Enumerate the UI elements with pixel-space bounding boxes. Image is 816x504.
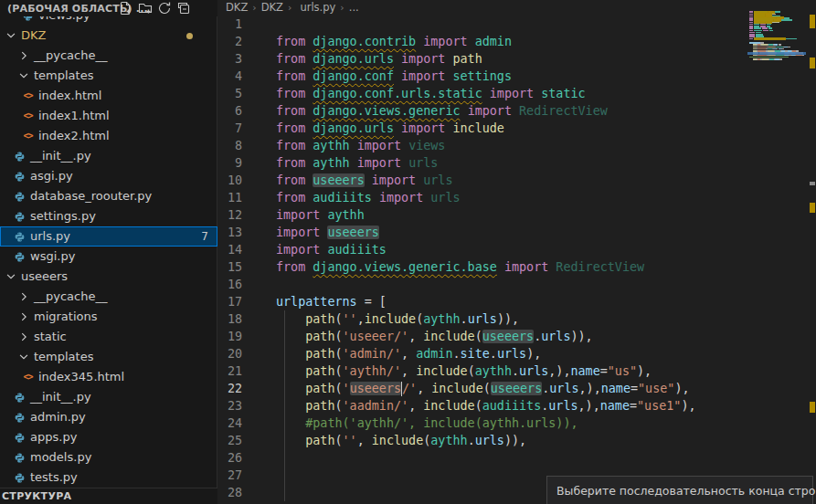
new-file-icon[interactable] [118, 1, 132, 16]
overview-ruler [808, 0, 816, 504]
chevron-down-icon [16, 68, 31, 83]
minimap-line [786, 38, 798, 40]
tree-item-index-html[interactable]: <>index.html [0, 86, 217, 106]
tree-item-index2-html[interactable]: <>index2.html [0, 126, 217, 146]
code-line-7[interactable]: from django.urls import include [276, 120, 751, 137]
python-file-icon [12, 249, 27, 264]
code-line-10[interactable]: from useeers import urls [276, 172, 751, 189]
python-file-icon [12, 169, 27, 184]
tree-item-index1-html[interactable]: <>index1.html [0, 106, 217, 126]
breadcrumb-item[interactable]: urls.py [300, 1, 335, 14]
line-number: 18 [218, 310, 242, 328]
tree-item-settings-py[interactable]: settings.py [0, 206, 217, 226]
code-line-11[interactable]: from audiiits import urls [276, 189, 751, 206]
minimap[interactable] [747, 0, 808, 504]
code-line-23[interactable]: path('aadmin/', include(audiiits.urls,),… [276, 397, 751, 415]
tree-item-migrations[interactable]: migrations [0, 307, 217, 327]
line-number: 22 [218, 380, 242, 397]
python-file-icon [12, 189, 27, 204]
code-line-2[interactable]: from django.contrib import admin [276, 33, 751, 50]
code-line-3[interactable]: from django.urls import path [276, 50, 751, 68]
tree-item--init-py[interactable]: __init__.py [0, 146, 217, 166]
tree-item-dkz[interactable]: DKZ [0, 26, 217, 46]
code-line-6[interactable]: from django.views.generic import Redirec… [276, 102, 751, 120]
line-number: 11 [218, 189, 242, 206]
code-line-14[interactable]: import audiiits [276, 241, 751, 258]
chevron-right-icon [16, 289, 31, 304]
code-line-16[interactable] [276, 276, 751, 293]
html-file-icon: <> [20, 109, 36, 123]
line-number: 2 [218, 33, 242, 50]
tree-item-urls-py[interactable]: urls.py7 [0, 226, 217, 247]
chevron-down-icon [4, 269, 18, 284]
tree-item-useeers[interactable]: useeers [0, 267, 217, 287]
line-number: 14 [218, 241, 242, 258]
tree-item-static[interactable]: static [0, 327, 217, 347]
minimap-line [763, 30, 768, 32]
refresh-icon[interactable] [157, 1, 172, 16]
minimap-line [788, 47, 790, 48]
line-number: 6 [218, 102, 242, 120]
tree-item--init-py[interactable]: __init__.py [0, 387, 217, 407]
tree-item-templates[interactable]: templates [0, 347, 217, 367]
problems-count-badge: 7 [201, 226, 208, 247]
code-line-19[interactable]: path('useeer/', include(useeers.urls)), [276, 328, 751, 345]
line-number: 28 [218, 484, 242, 501]
tree-item--pycache-[interactable]: __pycache__ [0, 46, 217, 66]
code-line-9[interactable]: from aythh import urls [276, 154, 751, 172]
html-file-icon: <> [20, 129, 36, 143]
tree-item-database-roouter-py[interactable]: database_roouter.py [0, 186, 217, 206]
code-line-1[interactable] [276, 16, 751, 33]
tree-item-asgi-py[interactable]: asgi.py [0, 166, 217, 186]
code-line-22[interactable]: path('useeers/', include(useeers.urls,),… [276, 380, 751, 397]
breadcrumb-separator: › [288, 2, 291, 14]
minimap-line [779, 58, 782, 60]
line-number: 27 [218, 467, 242, 484]
tree-item-apps-py[interactable]: apps.py [0, 427, 217, 447]
breadcrumb-separator: › [340, 2, 344, 14]
breadcrumb-item[interactable]: DKZ [226, 1, 248, 14]
overview-ruler-mark [810, 402, 815, 413]
code-editor[interactable]: DKZ›DKZ› urls.py›... 1234567891011121314… [218, 0, 816, 504]
code-content[interactable]: from django.contrib import adminfrom dja… [276, 16, 751, 501]
outline-section-header[interactable]: СТРУКТУРА [0, 488, 217, 504]
tree-item-templates[interactable]: templates [0, 66, 217, 86]
code-line-20[interactable]: path('admin/', admin.site.urls), [276, 345, 751, 362]
tree-item-admin-py[interactable]: admin.py [0, 407, 217, 427]
eol-sequence-tooltip: Выберите последовательность конца строки [546, 476, 813, 504]
code-line-24[interactable]: #path('aythh/', include(aythh.urls)), [276, 415, 751, 432]
python-file-icon [12, 430, 27, 445]
minimap-line [769, 30, 773, 32]
overview-ruler-mark [810, 182, 815, 185]
line-number: 25 [218, 432, 242, 449]
tree-item--pycache-[interactable]: __pycache__ [0, 287, 217, 307]
chevron-down-icon [4, 28, 18, 43]
code-line-5[interactable]: from django.conf.urls.static import stat… [276, 85, 751, 102]
line-number: 26 [218, 449, 242, 467]
breadcrumb: DKZ›DKZ› urls.py›... [226, 0, 359, 15]
line-number: 1 [218, 16, 242, 33]
python-file-icon [12, 470, 27, 485]
new-folder-icon[interactable] [138, 1, 153, 16]
tree-item-index345-html[interactable]: <>index345.html [0, 367, 217, 387]
code-line-8[interactable]: from aythh import views [276, 137, 751, 154]
line-number: 20 [218, 345, 242, 362]
code-line-4[interactable]: from django.conf import settings [276, 68, 751, 85]
minimap-warning-block [754, 37, 786, 40]
code-line-18[interactable]: path('',include(aythh.urls)), [276, 310, 751, 328]
code-line-15[interactable]: from django.views.generic.base import Re… [276, 258, 751, 276]
tree-item-tests-py[interactable]: tests.py [0, 467, 217, 488]
code-line-21[interactable]: path('aythh/', include(aythh.urls,),name… [276, 362, 751, 380]
code-line-26[interactable] [276, 449, 751, 467]
tree-item-models-py[interactable]: models.py [0, 447, 217, 467]
code-line-17[interactable]: urlpatterns = [ [276, 293, 751, 310]
breadcrumb-item[interactable]: DKZ [261, 1, 283, 14]
code-line-13[interactable]: import useeers [276, 224, 751, 241]
code-line-25[interactable]: path('', include(aythh.urls)), [276, 432, 751, 449]
line-number: 9 [218, 154, 242, 172]
code-line-12[interactable]: import aythh [276, 206, 751, 224]
collapse-all-icon[interactable] [176, 1, 191, 16]
breadcrumb-item[interactable]: ... [349, 1, 359, 14]
explorer-section-header[interactable]: (РАБОЧАЯ ОБЛАСТЬ) ... [0, 0, 217, 16]
tree-item-wsgi-py[interactable]: wsgi.py [0, 247, 217, 267]
